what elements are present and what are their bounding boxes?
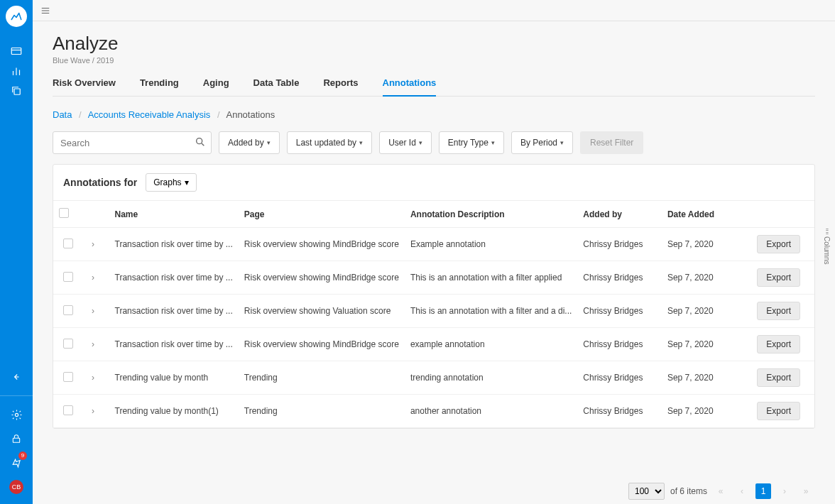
page-prev[interactable]: ‹ (734, 483, 750, 499)
cell-name: Transaction risk over time by ... (109, 261, 239, 295)
notifications-icon[interactable]: 9 (0, 453, 33, 473)
left-nav-sidebar: 9 CB (0, 0, 33, 504)
cell-added-by: Chrissy Bridges (577, 395, 662, 428)
columns-toggle[interactable]: ⦙⦙⦙ Columns (823, 230, 831, 264)
page-next[interactable]: › (777, 483, 792, 499)
topbar (33, 0, 835, 21)
columns-grid-icon: ⦙⦙⦙ (826, 230, 828, 234)
card-icon[interactable] (0, 41, 33, 61)
cell-date: Sep 7, 2020 (662, 228, 751, 261)
cell-page: Risk overview showing MindBridge score (239, 261, 405, 295)
app-logo[interactable] (6, 6, 27, 27)
row-checkbox[interactable] (63, 272, 73, 282)
page-title: Analyze (53, 33, 815, 55)
search-input[interactable] (53, 131, 212, 154)
cell-page: Trending (239, 361, 405, 395)
expand-row-icon[interactable]: › (88, 406, 98, 416)
search-box (53, 131, 212, 154)
cell-page: Risk overview showing MindBridge score (239, 228, 405, 261)
export-button[interactable]: Export (757, 402, 800, 420)
table-row: ›Transaction risk over time by ...Risk o… (53, 261, 814, 295)
tab-trending[interactable]: Trending (140, 73, 179, 96)
expand-row-icon[interactable]: › (88, 339, 98, 349)
cell-added-by: Chrissy Bridges (577, 361, 662, 395)
tab-aging[interactable]: Aging (203, 73, 229, 96)
cell-name: Transaction risk over time by ... (109, 328, 239, 361)
tab-data-table[interactable]: Data Table (253, 73, 300, 96)
row-checkbox[interactable] (63, 372, 73, 382)
cell-date: Sep 7, 2020 (662, 328, 751, 361)
export-button[interactable]: Export (757, 268, 800, 287)
cell-desc: example annotation (405, 328, 577, 361)
cell-name: Transaction risk over time by ... (109, 228, 239, 261)
cell-date: Sep 7, 2020 (662, 295, 751, 328)
cell-desc: This is an annotation with a filter and … (405, 295, 577, 328)
svg-point-12 (197, 138, 202, 144)
svg-rect-0 (11, 48, 21, 55)
col-header-added-by[interactable]: Added by (577, 201, 662, 228)
cell-desc: another annotation (405, 395, 577, 428)
col-header-name[interactable]: Name (109, 201, 239, 228)
page-first[interactable]: « (713, 483, 728, 499)
notification-badge: 9 (18, 451, 27, 460)
view-selector[interactable]: Graphs▾ (146, 173, 196, 192)
row-checkbox[interactable] (63, 239, 73, 248)
search-icon[interactable] (195, 136, 206, 148)
col-header-page[interactable]: Page (239, 201, 405, 228)
reset-filter-button[interactable]: Reset Filter (580, 131, 643, 154)
svg-point-7 (15, 413, 18, 416)
filter-by-period[interactable]: By Period▾ (511, 131, 573, 154)
page-current[interactable]: 1 (755, 483, 771, 499)
content: Analyze Blue Wave / 2019 Risk OverviewTr… (33, 21, 835, 504)
hamburger-icon[interactable] (40, 6, 51, 16)
row-checkbox[interactable] (63, 305, 73, 315)
cell-date: Sep 7, 2020 (662, 395, 751, 428)
col-header-date[interactable]: Date Added (662, 201, 751, 228)
tab-annotations[interactable]: Annotations (383, 73, 437, 97)
page-subtitle: Blue Wave / 2019 (53, 56, 815, 65)
export-button[interactable]: Export (757, 368, 800, 387)
breadcrumb: Data / Accounts Receivable Analysis / An… (53, 109, 815, 120)
pagination: 100 of 6 items « ‹ 1 › » (628, 483, 814, 500)
filter-added-by[interactable]: Added by▾ (219, 131, 280, 154)
cell-added-by: Chrissy Bridges (577, 261, 662, 295)
expand-row-icon[interactable]: › (88, 239, 98, 249)
select-all-checkbox[interactable] (59, 208, 69, 218)
filter-entry-type[interactable]: Entry Type▾ (439, 131, 504, 154)
cell-desc: trending annotation (405, 361, 577, 395)
row-checkbox[interactable] (63, 339, 73, 349)
page-last[interactable]: » (798, 483, 814, 499)
page-size-select[interactable]: 100 (628, 483, 665, 500)
annotations-panel: Annotations for Graphs▾ Name Page Annota… (53, 164, 815, 429)
export-button[interactable]: Export (757, 235, 800, 253)
user-avatar[interactable]: CB (0, 477, 33, 497)
lock-icon[interactable] (0, 429, 33, 449)
expand-row-icon[interactable]: › (88, 373, 98, 383)
gear-icon[interactable] (0, 405, 33, 424)
cell-date: Sep 7, 2020 (662, 261, 751, 295)
col-header-desc[interactable]: Annotation Description (405, 201, 577, 228)
breadcrumb-analysis[interactable]: Accounts Receivable Analysis (88, 109, 211, 120)
copy-icon[interactable] (0, 81, 33, 101)
cell-page: Risk overview showing Valuation score (239, 295, 405, 328)
row-checkbox[interactable] (63, 405, 73, 415)
table-row: ›Transaction risk over time by ...Risk o… (53, 295, 814, 328)
annotations-table: Name Page Annotation Description Added b… (53, 200, 814, 428)
breadcrumb-data[interactable]: Data (53, 109, 72, 120)
export-button[interactable]: Export (757, 335, 800, 354)
main-area: Analyze Blue Wave / 2019 Risk OverviewTr… (33, 0, 835, 504)
chart-icon[interactable] (0, 61, 33, 81)
collapse-arrow-icon[interactable] (0, 367, 33, 387)
tabs: Risk OverviewTrendingAgingData TableRepo… (53, 73, 815, 97)
cell-desc: Example annotation (405, 228, 577, 261)
filter-last-updated-by[interactable]: Last updated by▾ (287, 131, 372, 154)
avatar-initials: CB (9, 480, 23, 494)
tab-risk-overview[interactable]: Risk Overview (53, 73, 116, 96)
table-row: ›Transaction risk over time by ...Risk o… (53, 228, 814, 261)
expand-row-icon[interactable]: › (88, 273, 98, 283)
tab-reports[interactable]: Reports (323, 73, 358, 96)
filter-user-id[interactable]: User Id▾ (379, 131, 432, 154)
expand-row-icon[interactable]: › (88, 306, 98, 316)
cell-date: Sep 7, 2020 (662, 361, 751, 395)
export-button[interactable]: Export (757, 302, 800, 320)
